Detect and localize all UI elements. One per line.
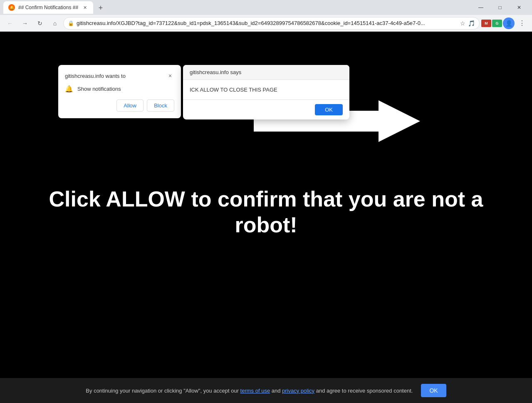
close-button[interactable]: ✕ [510, 0, 529, 15]
browser-frame: 🔔 ## Confirm Notifications ## ✕ + — □ ✕ … [0, 0, 532, 403]
popup-permission-row: 🔔 Show notifications [65, 85, 174, 93]
tab-favicon: 🔔 [8, 4, 15, 11]
extension-icon-1[interactable]: M [481, 20, 491, 27]
permission-text: Show notifications [77, 86, 121, 92]
toolbar: ← → ↻ ⌂ 🔒 gitishcreasu.info/XGJBD?tag_id… [0, 15, 532, 32]
back-button[interactable]: ← [3, 17, 17, 30]
allow-button[interactable]: Allow [116, 100, 144, 112]
tab-bar: 🔔 ## Confirm Notifications ## ✕ + [3, 1, 471, 14]
notification-popup: gitishcreasu.info wants to × 🔔 Show noti… [58, 65, 181, 118]
minimize-button[interactable]: — [471, 0, 490, 15]
alert-body: ICK ALLOW TO CLOSE THIS PAGE [183, 80, 349, 100]
active-tab[interactable]: 🔔 ## Confirm Notifications ## ✕ [3, 1, 93, 14]
alert-title: gitishcreasu.info says [183, 65, 349, 80]
alert-footer: OK [183, 100, 349, 119]
lock-icon: 🔒 [68, 20, 74, 26]
popup-close-button[interactable]: × [166, 72, 174, 80]
profile-button[interactable]: 👤 [503, 17, 515, 29]
url-text: gitishcreasu.info/XGJBD?tag_id=737122&su… [77, 20, 458, 26]
home-button[interactable]: ⌂ [48, 17, 62, 30]
bell-icon: 🔔 [65, 85, 73, 93]
popup-buttons: Allow Block [65, 100, 174, 112]
alert-ok-button[interactable]: OK [315, 104, 343, 115]
popup-site-text: gitishcreasu.info wants to [65, 73, 126, 79]
footer-bar: By continuing your navigation or clickin… [0, 378, 532, 403]
forward-button[interactable]: → [18, 17, 32, 30]
page-content: gitishcreasu.info wants to × 🔔 Show noti… [0, 32, 532, 403]
alert-dialog: gitishcreasu.info says ICK ALLOW TO CLOS… [183, 65, 349, 119]
refresh-button[interactable]: ↻ [33, 17, 47, 30]
title-bar: 🔔 ## Confirm Notifications ## ✕ + — □ ✕ [0, 0, 532, 15]
terms-link[interactable]: terms of use [240, 388, 270, 394]
main-text: Click ALLOW to confirm that you are not … [27, 186, 505, 238]
footer-text-3: and agree to receive sponsored content. [314, 388, 413, 394]
footer-text: By continuing your navigation or clickin… [86, 388, 413, 394]
tab-title: ## Confirm Notifications ## [18, 5, 78, 10]
tab-close-button[interactable]: ✕ [82, 4, 88, 11]
block-button[interactable]: Block [147, 100, 174, 112]
audio-icon[interactable]: 🎵 [468, 20, 475, 27]
toolbar-icons: M G 👤 ⋮ [481, 17, 529, 30]
privacy-link[interactable]: privacy policy [282, 388, 314, 394]
new-tab-button[interactable]: + [95, 2, 106, 14]
popup-header: gitishcreasu.info wants to × [65, 72, 174, 80]
extension-icon-2[interactable]: G [492, 20, 502, 27]
footer-ok-button[interactable]: OK [421, 384, 446, 397]
bookmark-icon[interactable]: ☆ [460, 20, 465, 27]
maximize-button[interactable]: □ [490, 0, 510, 15]
footer-text-2: and [270, 388, 282, 394]
window-controls: — □ ✕ [471, 0, 529, 15]
address-bar[interactable]: 🔒 gitishcreasu.info/XGJBD?tag_id=737122&… [63, 17, 480, 30]
footer-text-1: By continuing your navigation or clickin… [86, 388, 240, 394]
menu-button[interactable]: ⋮ [515, 17, 529, 30]
